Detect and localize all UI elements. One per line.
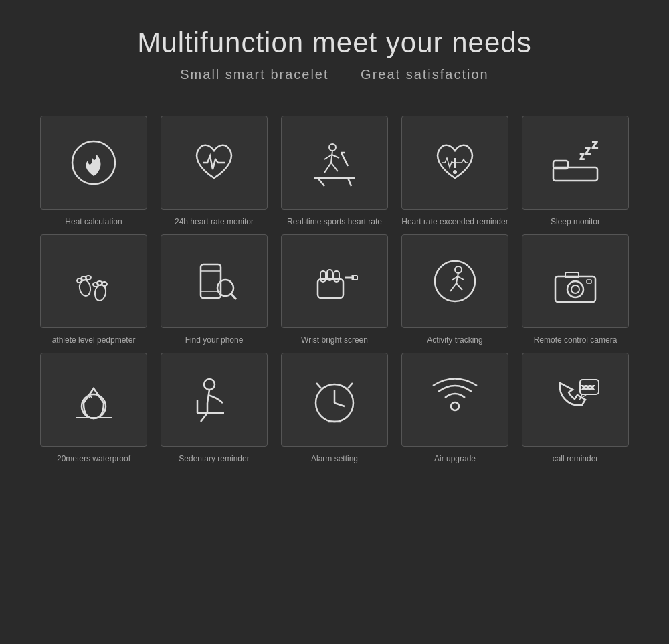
svg-point-6 [329,144,336,151]
svg-point-27 [102,281,108,286]
svg-text:Z: Z [580,153,584,161]
feature-sleep-monitor: Z Z Z Sleep monitor [518,116,632,228]
feature-remote-camera: Remote control camera [518,234,632,346]
sports-heart-rate-icon-box [281,116,388,210]
svg-line-4 [341,153,348,166]
alarm-setting-icon-box [281,353,388,447]
svg-line-32 [231,293,236,299]
feature-air-upgrade: Air upgrade [398,353,512,465]
feature-heat-calculation: Heat calculation [37,116,151,228]
wrist-bright-label: Wrist bright screen [301,335,368,346]
svg-rect-36 [334,271,339,282]
svg-point-48 [567,281,583,297]
svg-point-41 [455,266,462,273]
svg-rect-39 [353,276,357,280]
pedometer-icon [64,251,124,311]
svg-line-3 [348,178,351,186]
svg-line-2 [318,178,324,186]
svg-point-54 [204,379,215,390]
svg-point-52 [82,394,106,418]
air-upgrade-icon [425,370,485,430]
heart-rate-monitor-label: 24h heart rate monitor [175,216,254,228]
alarm-setting-label: Alarm setting [311,453,358,465]
svg-line-11 [332,155,339,158]
svg-line-62 [316,383,321,388]
feature-heart-rate-monitor: 24h heart rate monitor [157,116,271,228]
feature-find-phone: Find your phone [157,234,271,346]
alarm-setting-icon [304,370,365,430]
subtitle-part2: Great satisfaction [361,67,489,82]
svg-line-8 [324,163,331,173]
call-reminder-label: call reminder [553,453,599,465]
feature-alarm-setting: Alarm setting [278,353,391,465]
svg-line-61 [334,403,345,406]
svg-line-10 [324,155,332,159]
feature-sports-heart-rate: Real-time sports heart rate [278,116,391,228]
activity-tracking-icon [425,251,485,311]
waterproof-icon [64,370,124,430]
sedentary-reminder-icon-box [161,353,268,447]
remote-camera-icon [545,251,605,311]
remote-camera-label: Remote control camera [534,335,617,346]
svg-rect-28 [201,264,221,298]
find-phone-icon [184,251,244,311]
call-reminder-icon-box: XXX [522,353,629,447]
page-subtitle: Small smart bracelet Great satisfaction [167,67,502,82]
features-grid: Heat calculation 24h heart rate monitor [37,116,632,464]
page: Multifunction meet your needs Small smar… [0,0,669,644]
pedometer-icon-box [40,234,147,328]
heart-rate-monitor-icon-box [161,116,268,210]
find-phone-icon-box [161,234,268,328]
remote-camera-icon-box [522,234,629,328]
svg-rect-34 [320,271,326,282]
feature-call-reminder: XXX call reminder [518,353,632,465]
sedentary-reminder-label: Sedentary reminder [179,453,249,465]
pedometer-label: athlete level pedpmeter [52,335,136,346]
svg-point-23 [86,275,92,280]
activity-tracking-label: Activity tracking [427,335,482,346]
sedentary-reminder-icon [184,370,244,430]
sports-heart-rate-icon [304,133,365,193]
svg-line-44 [456,283,462,290]
svg-point-49 [571,285,579,293]
sleep-monitor-icon-box: Z Z Z [522,116,629,210]
feature-heart-rate-exceeded: Heart rate exceeded reminder [398,116,512,228]
svg-rect-51 [587,280,591,283]
svg-line-63 [348,383,353,388]
sleep-monitor-label: Sleep monitor [551,216,600,228]
svg-point-13 [454,171,456,173]
feature-waterproof: 20meters waterproof [37,353,151,465]
air-upgrade-label: Air upgrade [434,453,476,465]
heat-calculation-icon [64,133,124,193]
feature-sedentary-reminder: Sedentary reminder [157,353,271,465]
svg-point-65 [451,402,459,410]
svg-point-20 [78,279,92,297]
heart-rate-exceeded-icon [425,133,485,193]
subtitle-part1: Small smart bracelet [180,67,328,82]
call-reminder-icon: XXX [545,370,605,430]
heart-rate-exceeded-label: Heart rate exceeded reminder [401,216,508,228]
waterproof-icon-box [40,353,147,447]
page-title: Multifunction meet your needs [137,27,531,59]
svg-line-7 [331,151,332,163]
wrist-bright-icon [304,251,365,311]
svg-point-40 [435,261,475,301]
heat-calculation-icon-box [40,116,147,210]
svg-line-9 [331,163,338,171]
svg-line-42 [456,273,458,283]
sleep-monitor-icon: Z Z Z [545,133,605,193]
heat-calculation-label: Heat calculation [65,216,122,228]
svg-line-57 [201,413,207,422]
heart-rate-exceeded-icon-box [401,116,508,210]
air-upgrade-icon-box [401,353,508,447]
svg-text:Z: Z [592,139,598,150]
sports-heart-rate-label: Real-time sports heart rate [287,216,382,228]
svg-line-46 [458,276,464,280]
feature-activity-tracking: Activity tracking [398,234,512,346]
waterproof-label: 20meters waterproof [57,453,130,465]
feature-wrist-bright: Wrist bright screen [278,234,391,346]
heart-rate-monitor-icon [184,133,244,193]
find-phone-label: Find your phone [185,335,244,346]
svg-line-43 [450,283,456,291]
svg-text:Z: Z [585,147,590,156]
